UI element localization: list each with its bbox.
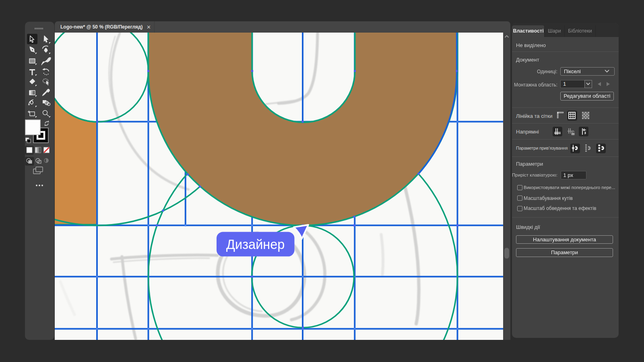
- svg-text:Дизайнер: Дизайнер: [226, 237, 285, 252]
